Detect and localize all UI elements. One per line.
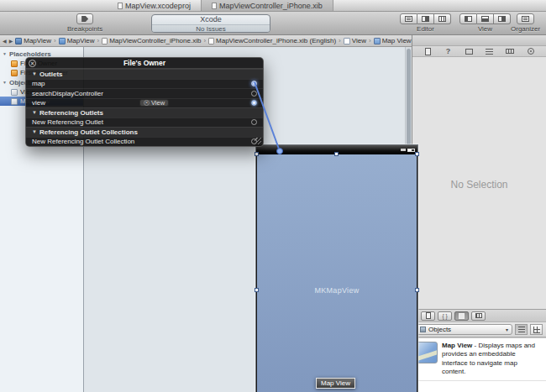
view-mode-tool: View xyxy=(459,13,511,33)
hud-outlet-searchdisplaycontroller[interactable]: searchDisplayController xyxy=(26,88,263,98)
close-icon[interactable]: × xyxy=(29,60,36,67)
media-library-tab[interactable] xyxy=(471,311,486,321)
attributes-inspector-icon[interactable] xyxy=(485,46,495,56)
no-selection-message: No Selection xyxy=(412,179,546,191)
xcode-window: { "glyphs": { "disclosure": "▼", "chevro… xyxy=(0,0,546,392)
list-view-button[interactable] xyxy=(515,324,528,335)
disclosure-triangle-icon: ▼ xyxy=(3,51,7,56)
library-filter-popup[interactable]: Objects ▾ xyxy=(416,324,512,335)
jump-bar: ◀ ▶ MapView › MapView › MapViewControlle… xyxy=(0,35,412,47)
breadcrumb-project[interactable]: MapView xyxy=(15,37,51,44)
hud-outlet-map[interactable]: map xyxy=(26,79,263,89)
connections-hud[interactable]: × File's Owner ▼ Outlets map searchDispl… xyxy=(25,57,264,147)
resize-handle[interactable] xyxy=(415,288,419,292)
breadcrumb-group[interactable]: MapView xyxy=(59,37,95,44)
scrollbar-thumb[interactable] xyxy=(407,49,411,145)
mkmapview-canvas-object[interactable]: MKMapView xyxy=(257,154,417,392)
file-template-library-tab[interactable] xyxy=(421,311,435,321)
version-editor-icon xyxy=(438,16,446,22)
code-snippet-library-tab[interactable]: { } xyxy=(438,311,452,321)
outlet-label: map xyxy=(32,80,45,87)
connection-socket[interactable] xyxy=(251,119,257,125)
chevron-icon: › xyxy=(203,37,206,44)
utilities-panel-button[interactable] xyxy=(494,13,511,24)
outlet-label: New Referencing Outlet xyxy=(32,118,103,126)
inspector-tab-bar: ? xyxy=(412,46,546,57)
forward-button[interactable]: ▶ xyxy=(9,38,13,44)
files-owner-icon xyxy=(11,60,18,67)
connected-object-label: View xyxy=(151,99,165,107)
connection-socket[interactable] xyxy=(251,91,257,97)
connection-socket[interactable] xyxy=(251,81,257,86)
editor-label: Editor xyxy=(417,25,434,33)
grid-icon xyxy=(533,327,540,333)
library-tab-bar: { } xyxy=(412,309,546,322)
objects-cube-icon xyxy=(420,327,426,332)
library-item-map-view[interactable]: Map View - Displays maps and provides an… xyxy=(412,338,546,381)
document-icon xyxy=(212,3,217,9)
hud-new-referencing-outlet[interactable]: New Referencing Outlet xyxy=(26,118,263,128)
activity-viewer: Xcode No Issues xyxy=(151,14,270,33)
resize-handle[interactable] xyxy=(334,152,339,156)
connection-socket[interactable] xyxy=(251,100,257,106)
activity-status: No Issues xyxy=(152,24,270,33)
breadcrumb-file[interactable]: MapViewController_iPhone.xib xyxy=(102,37,201,44)
disclosure-triangle-icon: ▼ xyxy=(3,80,7,85)
tab-label: MapView.xcodeproj xyxy=(125,2,191,10)
version-editor-button[interactable] xyxy=(434,13,451,24)
hud-titlebar[interactable]: × File's Owner xyxy=(26,58,263,69)
connections-inspector-icon[interactable] xyxy=(526,46,536,56)
navigator-panel-button[interactable] xyxy=(459,13,477,24)
first-responder-icon xyxy=(11,70,18,76)
list-icon xyxy=(518,327,525,332)
chevron-icon: › xyxy=(54,37,56,44)
iphone-view-window[interactable]: MKMapView xyxy=(255,144,418,392)
hud-outlet-view[interactable]: view × View xyxy=(26,98,263,108)
standard-editor-button[interactable] xyxy=(400,13,417,24)
assistant-editor-button[interactable] xyxy=(417,13,434,24)
resize-grip[interactable] xyxy=(255,138,261,144)
utilities-panel: ? No Selection { } Objects ▾ Map View - … xyxy=(412,35,546,392)
organizer-button[interactable] xyxy=(517,13,534,24)
document-tab-xib[interactable]: MapViewController_iPhone.xib xyxy=(201,0,333,11)
breadcrumb-view[interactable]: View xyxy=(344,37,366,44)
document-tab-project[interactable]: MapView.xcodeproj xyxy=(108,0,201,11)
editor-mode-tool: Editor xyxy=(400,13,451,33)
view-label: View xyxy=(478,25,492,33)
object-library-tab[interactable] xyxy=(454,311,469,321)
right-panel-icon xyxy=(498,16,506,22)
hud-new-referencing-outlet-collection[interactable]: New Referencing Outlet Collection xyxy=(26,137,263,147)
chevron-icon: › xyxy=(97,37,99,44)
identity-inspector-icon[interactable] xyxy=(464,46,474,56)
tab-label: MapViewController_iPhone.xib xyxy=(219,2,323,10)
breadcrumb-map-view[interactable]: Map View xyxy=(374,37,412,44)
outlet-label: New Referencing Outlet Collection xyxy=(32,138,134,145)
resize-handle[interactable] xyxy=(415,152,419,156)
hud-section-label: Outlets xyxy=(39,71,63,78)
breakpoints-button[interactable] xyxy=(76,13,93,24)
organizer-tool: Organizer xyxy=(511,13,540,33)
view-object-icon xyxy=(11,89,18,96)
hud-section-outlets[interactable]: ▼ Outlets xyxy=(26,69,263,79)
chevron-icon: › xyxy=(369,37,371,44)
back-button[interactable]: ◀ xyxy=(3,38,7,44)
resize-handle[interactable] xyxy=(255,288,259,292)
hud-section-outlet-collections[interactable]: ▼ Referencing Outlet Collections xyxy=(26,127,263,137)
chevron-icon: › xyxy=(339,37,341,44)
library-item-text: Map View - Displays maps and provides an… xyxy=(442,342,543,377)
object-library-list: Map View - Displays maps and provides an… xyxy=(412,337,546,392)
map-view-library-icon xyxy=(416,342,438,363)
outlet-label: view xyxy=(32,99,139,107)
file-inspector-icon[interactable] xyxy=(423,46,433,56)
file-icon xyxy=(208,38,214,44)
debug-area-button[interactable] xyxy=(477,13,494,24)
connected-object-chip[interactable]: × View xyxy=(139,99,169,107)
grid-view-button[interactable] xyxy=(530,324,543,335)
hud-section-referencing-outlets[interactable]: ▼ Referencing Outlets xyxy=(26,107,263,118)
breadcrumb-localized-file[interactable]: MapViewController_iPhone.xib (English) xyxy=(208,37,336,44)
quick-help-icon[interactable]: ? xyxy=(444,46,454,56)
size-inspector-icon[interactable] xyxy=(505,46,515,56)
resize-handle[interactable] xyxy=(255,152,259,156)
disconnect-icon[interactable]: × xyxy=(144,100,150,106)
view-segmented-control xyxy=(459,13,511,24)
